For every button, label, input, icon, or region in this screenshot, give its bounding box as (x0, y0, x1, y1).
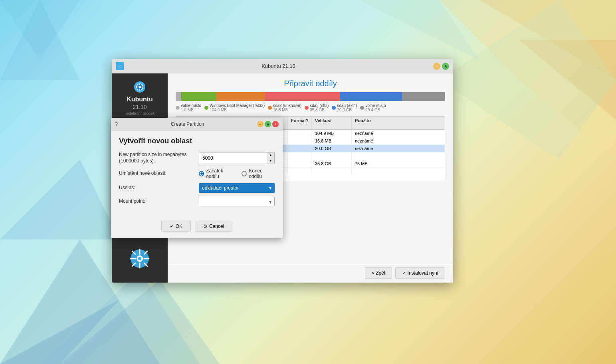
partition-bar (176, 92, 445, 101)
radio-end-dot (242, 171, 247, 176)
cell-size: 16.8 MB (312, 137, 352, 144)
cell-format (288, 130, 312, 137)
label-free2: volné místo 29.4 GB (360, 103, 386, 112)
radio-start[interactable]: Začátek oddílu (199, 168, 235, 179)
size-spinners: ▲ ▼ (267, 152, 274, 164)
mount-input-wrapper: ▾ (199, 197, 275, 206)
cell-size: 104.9 MB (312, 130, 352, 137)
cell-size: 35.8 GB (312, 160, 352, 167)
cell-size: 20.0 GB (312, 145, 352, 152)
location-label: Umístění nové oblasti: (119, 170, 199, 177)
col-format: Formát? (288, 117, 312, 129)
dot-unknown (268, 106, 272, 110)
dialog-buttons: ✓ OK ⊘ Cancel (111, 217, 283, 238)
mount-input-area: ▾ (199, 197, 275, 206)
dialog-heading: Vytvořit novou oblast (119, 137, 275, 145)
create-partition-dialog: ? Create Partition − ∧ × Vytvořit novou … (111, 118, 283, 238)
svg-point-13 (139, 86, 141, 88)
cancel-icon: ⊘ (203, 224, 207, 229)
segment-free2 (402, 92, 445, 101)
minimize-button[interactable]: − (433, 63, 440, 70)
page-title: Připravit oddíly (168, 73, 453, 92)
dot-free2 (360, 106, 364, 110)
size-input[interactable] (199, 152, 267, 164)
size-up-button[interactable]: ▲ (267, 152, 274, 158)
cell-format (288, 160, 312, 167)
svg-point-20 (138, 257, 141, 260)
cell-format (288, 145, 312, 152)
segment-ntfs (265, 92, 340, 101)
sidebar-footer (112, 243, 168, 275)
use-as-select[interactable]: odkládací prostor ▾ (199, 183, 275, 193)
radio-group: Začátek oddílu Konec oddílu (199, 168, 275, 179)
dot-fat32 (204, 106, 208, 110)
chevron-down-icon: ▾ (269, 185, 271, 191)
cell-format (288, 137, 312, 144)
use-as-input-area: odkládací prostor ▾ (199, 183, 275, 193)
ok-button[interactable]: ✓ OK (161, 221, 191, 232)
partition-labels: volné místo 1.0 MB Windows Boot Manager … (176, 103, 445, 112)
size-input-area: ▲ ▼ (199, 152, 275, 164)
dialog-close-button[interactable]: × (272, 121, 279, 127)
label-unknown: sda2 (unknown) 16.8 MB (268, 103, 301, 112)
svg-marker-3 (0, 160, 120, 239)
cancel-button[interactable]: ⊘ Cancel (195, 221, 232, 232)
col-size: Velikost (312, 117, 352, 129)
dialog-title: Create Partition (118, 121, 257, 127)
window-icon: K (116, 62, 124, 70)
back-button[interactable]: < Zpět (365, 267, 392, 279)
size-input-wrapper: ▲ ▼ (199, 152, 275, 164)
dialog-content: Vytvořit novou oblast New partition size… (111, 131, 283, 217)
segment-free1 (176, 92, 181, 101)
nav-buttons: < Zpět ✓ Instalovat nyní (168, 263, 453, 283)
dialog-help-icon[interactable]: ? (115, 121, 118, 127)
sidebar-version: 21.10 (118, 104, 162, 110)
dot-ext4 (332, 106, 336, 110)
cell-format (288, 152, 312, 160)
window-titlebar: K Kubuntu 21.10 − ∧ (112, 59, 453, 73)
dot-free1 (176, 106, 180, 110)
mount-input[interactable] (199, 197, 267, 206)
window-controls: − ∧ (433, 63, 449, 70)
segment-fat32 (181, 92, 216, 101)
kubuntu-logo-icon (130, 249, 150, 269)
mount-dropdown-button[interactable]: ▾ (267, 198, 274, 206)
dialog-controls: − ∧ × (257, 121, 279, 127)
sidebar-logo (134, 81, 145, 93)
mount-row: Mount point: ▾ (119, 197, 275, 206)
ok-icon: ✓ (170, 224, 174, 229)
cell-used: 75 MB (352, 160, 445, 167)
label-fat32: Windows Boot Manager (fat32) 104.9 MB (204, 103, 265, 112)
label-free1: volné místo 1.0 MB (176, 103, 201, 112)
partition-bar-container: volné místo 1.0 MB Windows Boot Manager … (168, 92, 453, 116)
cell-used: neznámé (352, 145, 445, 152)
size-label: New partition size in megabytes (1000000… (119, 152, 199, 164)
dialog-titlebar: ? Create Partition − ∧ × (111, 118, 283, 131)
maximize-button[interactable]: ∧ (442, 63, 449, 70)
cell-used (352, 152, 445, 160)
size-down-button[interactable]: ▼ (267, 158, 274, 164)
use-as-row: Use as: odkládací prostor ▾ (119, 183, 275, 193)
use-as-label: Use as: (119, 185, 199, 191)
install-button[interactable]: ✓ Instalovat nyní (395, 267, 445, 279)
radio-end[interactable]: Konec oddílu (242, 168, 275, 179)
location-input-area: Začátek oddílu Konec oddílu (199, 168, 275, 179)
cell-used: neznámé (352, 130, 445, 137)
label-ext4: sda5 (ext4) 20.0 GB (332, 103, 357, 112)
mount-label: Mount point: (119, 198, 199, 205)
cell-size (312, 152, 352, 160)
sidebar-header: Kubuntu 21.10 instalační proces (112, 73, 168, 122)
segment-ext4 (340, 92, 402, 101)
sidebar-brand: Kubuntu (118, 96, 162, 103)
cell-used (352, 168, 445, 175)
sidebar-subtitle: instalační proces (118, 111, 162, 116)
dot-ntfs (305, 106, 309, 110)
dialog-minimize-button[interactable]: − (257, 121, 263, 127)
dialog-maximize-button[interactable]: ∧ (265, 121, 271, 127)
cell-used: neznámé (352, 137, 445, 144)
radio-start-dot (199, 171, 204, 176)
col-used: Použito (352, 117, 445, 129)
segment-unknown (216, 92, 265, 101)
cell-size (312, 168, 352, 175)
size-row: New partition size in megabytes (1000000… (119, 152, 275, 164)
